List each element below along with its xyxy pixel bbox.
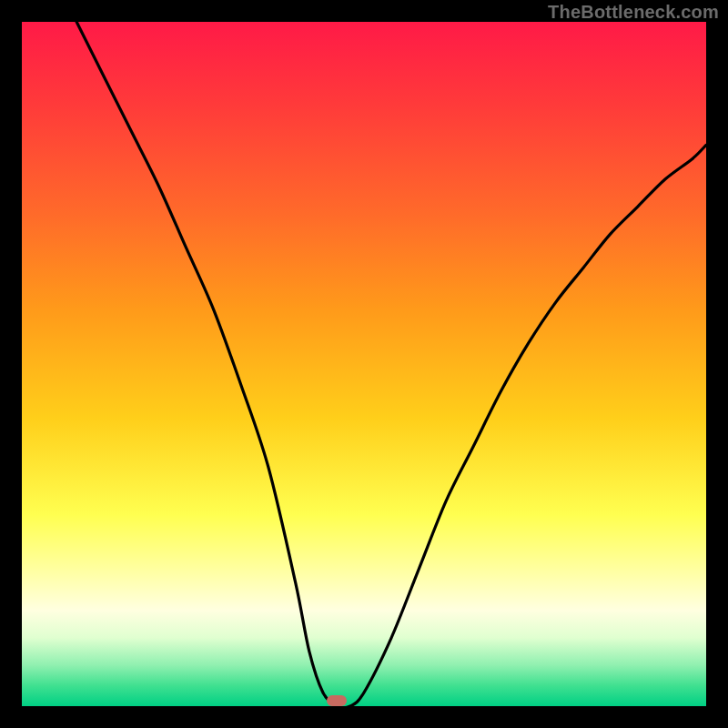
bottleneck-curve [22, 22, 706, 706]
watermark-text: TheBottleneck.com [548, 2, 719, 23]
optimal-point-marker [327, 695, 347, 706]
chart-frame: TheBottleneck.com [0, 0, 728, 728]
